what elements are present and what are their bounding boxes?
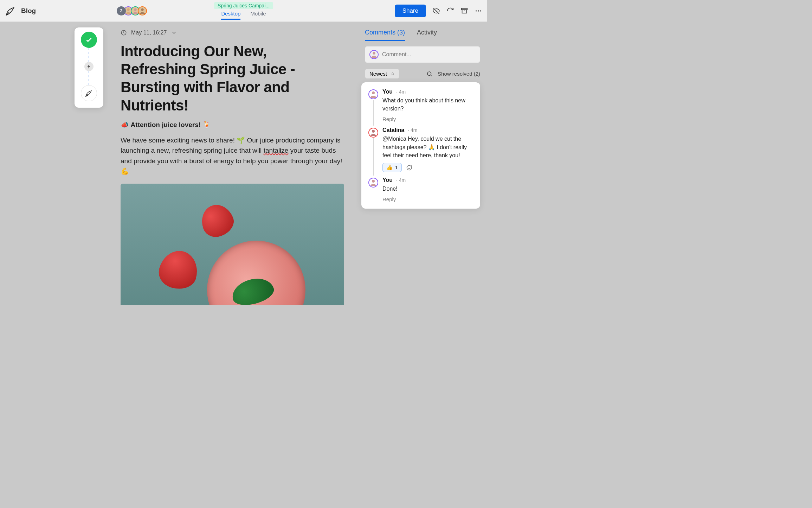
sort-label: Newest [369, 71, 387, 77]
svg-point-0 [127, 8, 129, 11]
reply-button[interactable]: Reply [382, 116, 473, 122]
reaction-emoji: 👍 [386, 164, 393, 171]
comment-body: What do you think about this new version… [382, 96, 473, 113]
comment-body: @Monica Hey, could we cut the hashtags p… [382, 135, 473, 159]
comment-time: · 4m [396, 89, 406, 95]
reaction-pill[interactable]: 👍 1 [382, 163, 402, 172]
post-content: May 11, 16:27 Introducing Our New, Refre… [121, 30, 344, 305]
spellcheck-word[interactable]: tantalize [264, 147, 289, 154]
bolt-icon [86, 64, 91, 69]
workflow-step-automation[interactable] [84, 62, 94, 71]
avatar [368, 178, 378, 188]
workflow-timeline [75, 27, 103, 108]
comment-item: You · 4m What do you think about this ne… [368, 89, 473, 122]
resolved-toggle-row: Show resolved (2) [426, 71, 480, 77]
sidebar-tabs: Comments (3) Activity [365, 29, 480, 41]
tab-activity[interactable]: Activity [417, 29, 437, 41]
comment-author: Catalina [382, 127, 404, 133]
comment-time: · 4m [408, 127, 417, 133]
app-header: Blog 2 Spring Juices Campai... Desktop M… [0, 0, 487, 22]
campaign-pill[interactable]: Spring Juices Campai... [214, 2, 273, 9]
avatar [369, 50, 379, 59]
device-tabs: Desktop Mobile [221, 11, 266, 20]
comment-body: Done! [382, 185, 473, 193]
comment-thread: You · 4m What do you think about this ne… [361, 82, 480, 209]
image-strawberry [155, 247, 202, 293]
svg-point-9 [427, 72, 431, 76]
comment-input[interactable] [382, 51, 476, 58]
svg-point-8 [373, 52, 375, 55]
header-left: Blog [5, 5, 36, 17]
check-icon [85, 36, 93, 44]
comment-item: Catalina · 4m @Monica Hey, could we cut … [368, 127, 473, 172]
archive-icon[interactable] [460, 7, 468, 15]
reply-button[interactable]: Reply [382, 196, 473, 202]
lead-emoji-suffix: 🍹 [201, 121, 211, 128]
svg-point-13 [372, 180, 375, 183]
image-strawberry [197, 200, 237, 241]
comment-author: You [382, 89, 393, 95]
comments-panel: Comments (3) Activity Newest Show resolv… [365, 29, 480, 209]
comment-time: · 4m [396, 177, 406, 183]
show-resolved-toggle[interactable]: Show resolved (2) [438, 71, 480, 77]
workflow-step-write[interactable] [81, 85, 97, 101]
svg-point-11 [372, 130, 375, 133]
svg-rect-3 [462, 8, 468, 9]
comment-item: You · 4m Done! Reply [368, 177, 473, 202]
post-hero-image [121, 184, 344, 305]
comment-header: You · 4m [382, 177, 473, 183]
timeline-connector-2 [89, 71, 89, 85]
reaction-count: 1 [395, 164, 398, 170]
avatar-3[interactable] [138, 6, 147, 15]
comment-author: You [382, 177, 393, 183]
comment-header: Catalina · 4m [382, 127, 473, 133]
tab-mobile[interactable]: Mobile [250, 11, 266, 20]
svg-point-1 [134, 8, 136, 11]
svg-point-6 [480, 10, 481, 11]
visibility-off-icon[interactable] [432, 7, 440, 15]
timeline-connector [89, 48, 89, 62]
clock-icon [121, 30, 127, 36]
tab-comments[interactable]: Comments (3) [365, 29, 405, 41]
sort-chevron-icon [391, 72, 395, 76]
thread-line [373, 138, 374, 176]
sort-dropdown[interactable]: Newest [365, 69, 399, 79]
avatar [368, 128, 378, 138]
svg-point-10 [372, 91, 375, 94]
svg-point-2 [141, 8, 143, 11]
search-icon[interactable] [426, 71, 433, 77]
tab-desktop[interactable]: Desktop [221, 11, 240, 20]
post-title: Introducing Our New, Refreshing Spring J… [121, 42, 344, 114]
avatar [368, 89, 378, 99]
comment-filter-row: Newest Show resolved (2) [365, 69, 480, 79]
post-date-row[interactable]: May 11, 16:27 [121, 30, 344, 36]
comment-header: You · 4m [382, 89, 473, 95]
header-right: Share [395, 5, 482, 17]
add-reaction-icon[interactable] [406, 164, 413, 171]
more-icon[interactable] [475, 7, 482, 15]
reaction-row: 👍 1 [382, 163, 473, 172]
quill-logo-icon [5, 5, 16, 17]
share-button[interactable]: Share [395, 5, 426, 17]
collaborator-avatars[interactable]: 2 [117, 6, 147, 15]
quill-icon [85, 89, 93, 97]
refresh-icon[interactable] [446, 7, 454, 15]
post-body: We have some exciting news to share! 🌱 O… [121, 135, 344, 177]
avatar-overflow-count[interactable]: 2 [117, 6, 126, 15]
post-date: May 11, 16:27 [131, 30, 167, 36]
svg-point-4 [476, 10, 477, 11]
lead-text: Attention juice lovers! [131, 121, 201, 128]
page-title: Blog [21, 7, 36, 15]
svg-point-5 [478, 10, 479, 11]
lead-emoji-prefix: 📣 [121, 121, 131, 128]
thread-line [373, 100, 374, 126]
header-center: Spring Juices Campai... Desktop Mobile [214, 2, 273, 20]
post-lead: 📣 Attention juice lovers! 🍹 [121, 121, 344, 129]
workflow-step-done[interactable] [81, 32, 97, 48]
chevron-down-icon[interactable] [171, 30, 177, 36]
comment-compose[interactable] [365, 46, 480, 63]
